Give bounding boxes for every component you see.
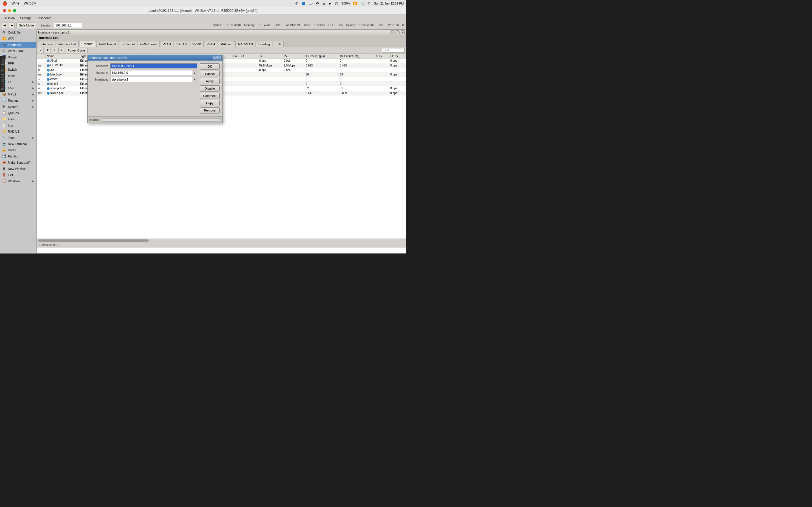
session-input[interactable]: [54, 23, 82, 28]
time2-value: 12:21:28: [388, 24, 399, 27]
sidebar-item-make-supout[interactable]: 📤Make Supout.rif: [0, 159, 36, 166]
back-button[interactable]: ◀: [2, 22, 7, 28]
sidebar-item-partition[interactable]: 💾Partition: [0, 153, 36, 159]
sidebar-item-wifi[interactable]: 📶WiFi: [0, 36, 36, 42]
queues-label: Queues: [8, 111, 19, 115]
network-up-arrow[interactable]: ▲: [193, 70, 197, 75]
sidebar-item-bridge[interactable]: 🌉Bridge: [0, 54, 36, 60]
system-arrow: ▶: [32, 105, 34, 108]
ppp-label: PPP: [8, 62, 14, 65]
sidebar-item-log[interactable]: 📝Log: [0, 122, 36, 128]
network-input[interactable]: [110, 70, 193, 75]
wireguard-icon: 🛡: [2, 49, 6, 53]
sidebar-item-new-winbox[interactable]: 🖥New WinBox: [0, 166, 36, 172]
sidebar-item-dot1x[interactable]: 🔐Dot1X: [0, 147, 36, 153]
sidebar-item-windows[interactable]: 🪟Windows▶: [0, 178, 36, 184]
maximize-button[interactable]: +: [13, 9, 16, 12]
settings-menu[interactable]: Settings: [18, 16, 33, 20]
comment-button[interactable]: Comment: [200, 93, 220, 99]
status-bar: Uptime: 1d 09:20:40 Memory: 819.4 MiB Da…: [213, 24, 404, 27]
ipv6-arrow: ▶: [32, 87, 34, 90]
interface-down-arrow[interactable]: ▼: [193, 77, 197, 82]
apply-button[interactable]: Apply: [200, 78, 220, 84]
time2-label: Time:: [377, 24, 384, 27]
app-toolbar: ◀ ▶ Safe Mode Session: Uptime: 1d 09:20:…: [0, 21, 406, 29]
network-input-wrapper: ▲: [110, 70, 197, 75]
new-winbox-label: New WinBox: [8, 167, 26, 170]
new-winbox-icon: 🖥: [2, 167, 6, 171]
dialog-maximize[interactable]: □: [213, 56, 217, 59]
sidebar: ⚙Quick Set📶WiFi🔌Interfaces🛡WireGuard🌉Bri…: [0, 29, 37, 253]
disable-button[interactable]: Disable: [200, 86, 220, 92]
uptime-value: 1d 09:20:40: [226, 24, 241, 27]
mesh-label: Mesh: [8, 74, 15, 77]
media-icon: ▶: [329, 2, 331, 5]
time-value: 12:21:28: [314, 24, 325, 27]
sidebar-item-routing[interactable]: 🔄Routing▶: [0, 98, 36, 104]
sidebar-item-mpls[interactable]: 📦MPLS▶: [0, 91, 36, 98]
dialog-content: Address: Network: ▲ Interface:: [88, 61, 222, 116]
queues-icon: 📋: [2, 111, 6, 115]
dialog-status: enabled: [89, 118, 100, 121]
window-menu[interactable]: Window: [24, 1, 36, 5]
dialog-footer: enabled: [88, 116, 222, 123]
sidebar-item-wireguard[interactable]: 🛡WireGuard: [0, 48, 36, 54]
dialog-buttons: OK Cancel Apply Disable Comment Copy Rem…: [200, 63, 220, 114]
sidebar-item-ipv6[interactable]: 🌐IPv6▶: [0, 85, 36, 91]
mpls-icon: 📦: [2, 93, 6, 96]
apple-menu[interactable]: 🍎: [2, 1, 7, 6]
dialog-win-btns: □ ×: [213, 56, 221, 59]
dialog-close[interactable]: ×: [217, 56, 221, 59]
sidebar-item-interfaces[interactable]: 🔌Interfaces: [0, 42, 36, 48]
cancel-button[interactable]: Cancel: [200, 71, 220, 77]
session-menu[interactable]: Session: [2, 16, 17, 20]
control-center-icon[interactable]: ⚙: [368, 2, 370, 5]
dashboard-menu[interactable]: Dashboard: [35, 16, 53, 20]
sidebar-item-ppp[interactable]: 📡PPP: [0, 60, 36, 66]
sidebar-item-quick-set[interactable]: ⚙Quick Set: [0, 29, 36, 36]
wifi-icon: 📶: [2, 37, 6, 41]
sidebar-item-exit[interactable]: 🚪Exit: [0, 172, 36, 178]
remove-button[interactable]: Remove: [200, 107, 220, 114]
uptime2-value: 1d 09:20:40: [359, 24, 374, 27]
quick-set-label: Quick Set: [8, 31, 21, 34]
sidebar-item-switch[interactable]: 🔀Switch: [0, 66, 36, 73]
menubar-right: ⏱ 🔵 💬 W ☁ ▶ 🎵 100% 📶 🔍 ⚙ Sun 21 Jan 12:2…: [295, 2, 404, 5]
sidebar-item-mesh[interactable]: 🕸Mesh: [0, 73, 36, 79]
sidebar-item-system[interactable]: ⚙System▶: [0, 104, 36, 110]
sidebar-item-tools[interactable]: 🔧Tools▶: [0, 135, 36, 141]
sidebar-item-files[interactable]: 📁Files: [0, 116, 36, 122]
ip-arrow: ▶: [32, 80, 34, 83]
menubar: 🍎 Wine Window ⏱ 🔵 💬 W ☁ ▶ 🎵 100% 📶 🔍 ⚙ S…: [0, 0, 406, 7]
address-input[interactable]: [110, 63, 197, 68]
sidebar-item-radius[interactable]: 🔑RADIUS: [0, 128, 36, 135]
close-button[interactable]: ×: [3, 9, 6, 12]
interfaces-icon: 🔌: [2, 43, 6, 47]
ok-button[interactable]: OK: [200, 63, 220, 69]
dialog-title-text: Address <192.168.2.20/24>: [89, 56, 128, 59]
exit-icon: 🚪: [2, 173, 6, 177]
safemode-button[interactable]: Safe Mode: [16, 22, 36, 28]
log-icon: 📝: [2, 123, 6, 127]
address-field: Address:: [91, 63, 197, 68]
interface-field: Interface: ▼: [91, 77, 197, 82]
address-label: Address:: [91, 64, 110, 68]
forward-button[interactable]: ▶: [9, 22, 15, 28]
copy-button[interactable]: Copy: [200, 100, 220, 106]
cloud-icon: ☁: [322, 2, 325, 5]
switch-label: Switch: [8, 68, 17, 71]
wine-menu[interactable]: Wine: [11, 1, 19, 5]
app-menubar: Session Settings Dashboard: [0, 15, 406, 21]
fullscreen-icon[interactable]: ⊞: [402, 24, 404, 27]
partition-label: Partition: [8, 155, 19, 158]
windows-label: Windows: [8, 179, 20, 183]
system-icon: ⚙: [2, 105, 6, 109]
interface-input[interactable]: [110, 77, 193, 82]
search-icon[interactable]: 🔍: [360, 2, 364, 5]
sidebar-item-new-terminal[interactable]: 💻New Terminal: [0, 141, 36, 147]
sidebar-item-ip[interactable]: 🌐IP▶: [0, 79, 36, 85]
traffic-lights: × − +: [3, 9, 16, 12]
mpls-arrow: ▶: [32, 93, 34, 96]
minimize-button[interactable]: −: [8, 9, 11, 12]
sidebar-item-queues[interactable]: 📋Queues: [0, 110, 36, 116]
